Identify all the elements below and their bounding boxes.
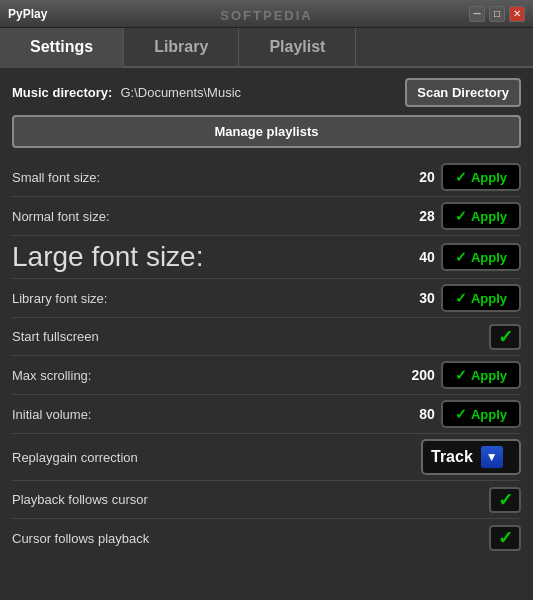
replaygain-value: Track (431, 448, 473, 466)
library-font-size-value: 30 (400, 290, 435, 306)
start-fullscreen-row: Start fullscreen ✓ (12, 318, 521, 356)
check-icon: ✓ (455, 406, 467, 422)
initial-volume-row: Initial volume: 80 ✓ Apply (12, 395, 521, 434)
music-dir-value: G:\Documents\Music (120, 85, 397, 100)
check-icon: ✓ (455, 367, 467, 383)
library-font-size-label: Library font size: (12, 291, 400, 306)
cursor-follows-playback-row: Cursor follows playback ✓ (12, 519, 521, 557)
check-icon: ✓ (455, 169, 467, 185)
replaygain-row: Replaygain correction Track ▼ (12, 434, 521, 481)
small-font-size-label: Small font size: (12, 170, 400, 185)
small-font-size-row: Small font size: 20 ✓ Apply (12, 158, 521, 197)
tab-bar: Settings Library Playlist (0, 28, 533, 68)
music-directory-row: Music directory: G:\Documents\Music Scan… (12, 78, 521, 107)
replaygain-label: Replaygain correction (12, 450, 421, 465)
initial-volume-value: 80 (400, 406, 435, 422)
cursor-follows-playback-checkbox[interactable]: ✓ (489, 525, 521, 551)
window-controls: ─ □ ✕ (469, 6, 525, 22)
check-icon: ✓ (455, 208, 467, 224)
max-scrolling-label: Max scrolling: (12, 368, 400, 383)
playback-follows-cursor-checkbox[interactable]: ✓ (489, 487, 521, 513)
settings-content: Music directory: G:\Documents\Music Scan… (0, 68, 533, 567)
check-icon: ✓ (498, 527, 513, 549)
check-icon: ✓ (498, 326, 513, 348)
apply-label: Apply (471, 407, 507, 422)
apply-label: Apply (471, 291, 507, 306)
apply-label: Apply (471, 209, 507, 224)
maximize-button[interactable]: □ (489, 6, 505, 22)
cursor-follows-playback-label: Cursor follows playback (12, 531, 489, 546)
normal-font-size-value: 28 (400, 208, 435, 224)
playback-follows-cursor-label: Playback follows cursor (12, 492, 489, 507)
tab-playlist[interactable]: Playlist (239, 28, 356, 66)
large-font-size-row: Large font size: 40 ✓ Apply (12, 236, 521, 279)
tab-library[interactable]: Library (124, 28, 239, 66)
apply-label: Apply (471, 250, 507, 265)
replaygain-dropdown[interactable]: Track ▼ (421, 439, 521, 475)
small-font-size-value: 20 (400, 169, 435, 185)
apply-label: Apply (471, 170, 507, 185)
library-font-size-apply-button[interactable]: ✓ Apply (441, 284, 521, 312)
check-icon: ✓ (455, 290, 467, 306)
start-fullscreen-label: Start fullscreen (12, 329, 489, 344)
tab-settings[interactable]: Settings (0, 28, 124, 68)
playback-follows-cursor-row: Playback follows cursor ✓ (12, 481, 521, 519)
scan-directory-button[interactable]: Scan Directory (405, 78, 521, 107)
apply-label: Apply (471, 368, 507, 383)
window-title: PyPlay (8, 7, 47, 21)
max-scrolling-value: 200 (400, 367, 435, 383)
music-dir-label: Music directory: (12, 85, 112, 100)
large-font-size-value: 40 (400, 249, 435, 265)
manage-playlists-button[interactable]: Manage playlists (12, 115, 521, 148)
normal-font-size-apply-button[interactable]: ✓ Apply (441, 202, 521, 230)
large-font-size-apply-button[interactable]: ✓ Apply (441, 243, 521, 271)
max-scrolling-apply-button[interactable]: ✓ Apply (441, 361, 521, 389)
small-font-size-apply-button[interactable]: ✓ Apply (441, 163, 521, 191)
initial-volume-label: Initial volume: (12, 407, 400, 422)
title-bar: PyPlay ─ □ ✕ (0, 0, 533, 28)
check-icon: ✓ (455, 249, 467, 265)
minimize-button[interactable]: ─ (469, 6, 485, 22)
max-scrolling-row: Max scrolling: 200 ✓ Apply (12, 356, 521, 395)
dropdown-arrow-icon: ▼ (481, 446, 503, 468)
large-font-size-label: Large font size: (12, 241, 400, 273)
normal-font-size-label: Normal font size: (12, 209, 400, 224)
library-font-size-row: Library font size: 30 ✓ Apply (12, 279, 521, 318)
close-button[interactable]: ✕ (509, 6, 525, 22)
start-fullscreen-checkbox[interactable]: ✓ (489, 324, 521, 350)
normal-font-size-row: Normal font size: 28 ✓ Apply (12, 197, 521, 236)
initial-volume-apply-button[interactable]: ✓ Apply (441, 400, 521, 428)
check-icon: ✓ (498, 489, 513, 511)
